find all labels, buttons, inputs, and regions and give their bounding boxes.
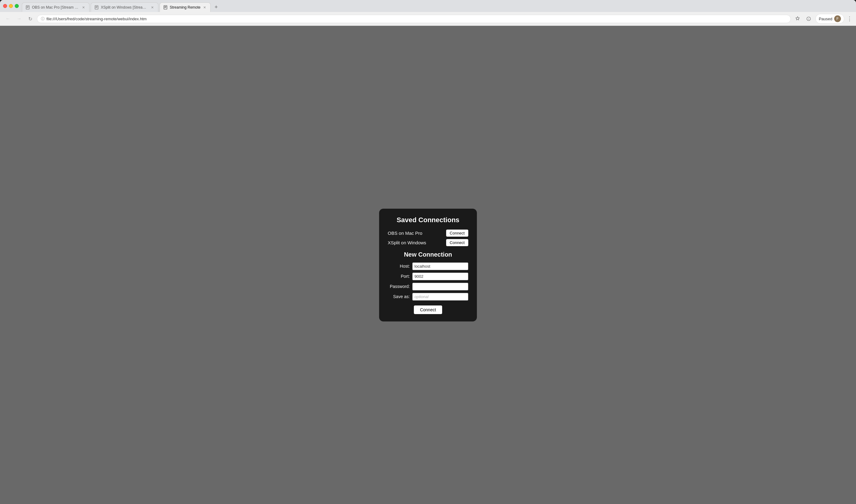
saved-connections-list: OBS on Mac Pro Connect XSplit on Windows… bbox=[388, 230, 468, 246]
minimize-window-button[interactable] bbox=[9, 4, 13, 8]
host-label: Host: bbox=[388, 264, 410, 269]
profile-paused-button[interactable]: Paused F bbox=[816, 14, 844, 24]
bookmark-button[interactable] bbox=[793, 15, 802, 23]
tab-bar: OBS on Mac Pro [Stream Rem... ✕ XSplit o… bbox=[0, 0, 856, 12]
browser-menu-button[interactable]: ⋮ bbox=[847, 15, 852, 22]
tab-page-icon-3 bbox=[164, 5, 168, 10]
tab-obs-mac-pro-label: OBS on Mac Pro [Stream Rem... bbox=[32, 5, 79, 10]
tabs-container: OBS on Mac Pro [Stream Rem... ✕ XSplit o… bbox=[22, 2, 854, 12]
address-bar[interactable]: ⓘ file:///Users/fred/code/streaming-remo… bbox=[37, 15, 791, 23]
toolbar-right: i Paused F ⋮ bbox=[793, 14, 852, 24]
saved-connections-title: Saved Connections bbox=[388, 216, 468, 224]
port-label: Port: bbox=[388, 274, 410, 279]
reading-mode-button[interactable]: i bbox=[804, 15, 813, 23]
obs-connection-name: OBS on Mac Pro bbox=[388, 231, 423, 236]
reload-button[interactable]: ↻ bbox=[26, 15, 34, 23]
new-connection-title: New Connection bbox=[388, 251, 468, 258]
obs-connect-button[interactable]: Connect bbox=[446, 230, 468, 237]
avatar: F bbox=[834, 15, 841, 22]
tab-streaming-remote[interactable]: Streaming Remote ✕ bbox=[160, 2, 211, 12]
tab-xsplit-windows[interactable]: XSplit on Windows [Stream Re... ✕ bbox=[91, 2, 158, 12]
main-connect-button[interactable]: Connect bbox=[414, 305, 442, 314]
tab-obs-mac-pro[interactable]: OBS on Mac Pro [Stream Rem... ✕ bbox=[22, 2, 89, 12]
tab-streaming-remote-label: Streaming Remote bbox=[170, 5, 200, 10]
saved-connection-row-obs: OBS on Mac Pro Connect bbox=[388, 230, 468, 237]
saved-connection-row-xsplit: XSplit on Windows Connect bbox=[388, 239, 468, 246]
tab-xsplit-windows-label: XSplit on Windows [Stream Re... bbox=[101, 5, 148, 10]
back-button[interactable]: ← bbox=[4, 15, 12, 23]
tab-page-icon bbox=[26, 5, 30, 10]
page-content: Saved Connections OBS on Mac Pro Connect… bbox=[0, 26, 856, 504]
traffic-lights bbox=[2, 2, 22, 12]
connection-panel: Saved Connections OBS on Mac Pro Connect… bbox=[379, 209, 477, 322]
new-tab-button[interactable]: + bbox=[212, 3, 220, 11]
maximize-window-button[interactable] bbox=[15, 4, 19, 8]
svg-rect-4 bbox=[95, 5, 98, 9]
star-icon bbox=[795, 16, 800, 21]
port-row: Port: bbox=[388, 273, 468, 280]
save-as-input[interactable] bbox=[412, 293, 468, 301]
paused-label: Paused bbox=[819, 17, 832, 21]
tab-xsplit-windows-close[interactable]: ✕ bbox=[150, 5, 154, 10]
forward-button[interactable]: → bbox=[15, 15, 23, 23]
toolbar: ← → ↻ ⓘ file:///Users/fred/code/streamin… bbox=[0, 12, 856, 26]
port-input[interactable] bbox=[412, 273, 468, 280]
browser-chrome: OBS on Mac Pro [Stream Rem... ✕ XSplit o… bbox=[0, 0, 856, 26]
host-input[interactable] bbox=[412, 263, 468, 270]
close-window-button[interactable] bbox=[3, 4, 7, 8]
reader-icon: i bbox=[806, 16, 811, 21]
info-icon: ⓘ bbox=[41, 16, 44, 21]
save-as-label: Save as: bbox=[388, 294, 410, 299]
address-text: file:///Users/fred/code/streaming-remote… bbox=[47, 17, 787, 21]
xsplit-connection-name: XSplit on Windows bbox=[388, 240, 426, 245]
tab-streaming-remote-close[interactable]: ✕ bbox=[202, 5, 207, 10]
svg-rect-0 bbox=[26, 5, 29, 9]
svg-rect-8 bbox=[164, 5, 167, 9]
save-as-row: Save as: bbox=[388, 293, 468, 301]
host-row: Host: bbox=[388, 263, 468, 270]
tab-page-icon-2 bbox=[95, 5, 99, 10]
svg-text:i: i bbox=[808, 18, 809, 21]
tab-obs-mac-pro-close[interactable]: ✕ bbox=[81, 5, 86, 10]
password-input[interactable] bbox=[412, 283, 468, 290]
password-row: Password: bbox=[388, 283, 468, 290]
xsplit-connect-button[interactable]: Connect bbox=[446, 239, 468, 246]
password-label: Password: bbox=[388, 284, 410, 289]
